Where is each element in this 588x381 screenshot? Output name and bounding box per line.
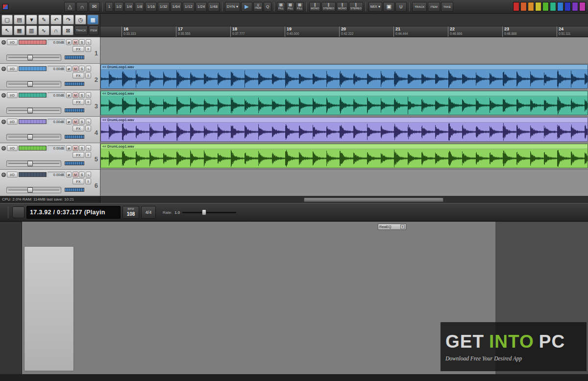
transport-time-display[interactable]: 17.3.92 / 0:37.177 (Playin xyxy=(26,206,121,219)
scope-track-toggle[interactable]: TRACK xyxy=(74,25,87,35)
fx-button[interactable]: FX xyxy=(73,99,84,105)
volume-fader[interactable] xyxy=(6,187,61,193)
solo-button[interactable]: S xyxy=(79,145,85,151)
volume-fader[interactable] xyxy=(6,81,61,87)
phase-button[interactable]: ø xyxy=(66,172,72,178)
io-button[interactable]: I/O xyxy=(7,39,18,45)
project-settings-icon[interactable]: ✎ xyxy=(38,15,49,25)
record-arm-button[interactable] xyxy=(1,173,6,177)
envelope-button[interactable]: ∿ xyxy=(86,172,91,178)
solo-button[interactable]: S xyxy=(79,172,85,178)
phase-button[interactable]: ø xyxy=(66,66,72,72)
save-project-icon[interactable]: ▼ xyxy=(26,15,37,25)
rate-slider[interactable] xyxy=(182,209,236,216)
scope-take-button[interactable]: TAKE xyxy=(441,2,453,12)
envelope-button[interactable] xyxy=(12,206,24,218)
track-panel-5[interactable]: I/O0.00dBøMS∿FX≡5 xyxy=(0,143,100,170)
io-button[interactable]: I/O xyxy=(7,66,18,72)
app-icon[interactable] xyxy=(2,4,8,10)
phase-button[interactable]: ø xyxy=(66,92,72,98)
track-panel-6[interactable]: I/O0.00dBøMS∿FX≡6 xyxy=(0,170,100,196)
master-strip[interactable] xyxy=(24,246,74,371)
mute-button[interactable]: M xyxy=(73,119,78,125)
routing-button[interactable]: ≡ xyxy=(85,126,91,131)
monitor-icon[interactable]: ∩ xyxy=(76,2,88,12)
routing-button[interactable]: ≡ xyxy=(85,178,91,184)
open-project-icon[interactable]: ▤ xyxy=(14,15,25,25)
volume-fader[interactable] xyxy=(6,160,61,167)
scope-item-toggle[interactable]: ITEM xyxy=(89,25,98,35)
fill-gaps-button-3[interactable]: ▦FILL xyxy=(295,2,304,12)
magnet-snap-icon[interactable]: ∪ xyxy=(395,2,407,12)
grid-icon[interactable]: ▦ xyxy=(14,25,25,35)
metronome-icon[interactable]: ◷ xyxy=(75,15,86,25)
grid-note-1-64[interactable]: 1/64 xyxy=(171,2,182,12)
envelope-icon[interactable]: ∿ xyxy=(38,25,49,35)
mix-menu-button[interactable]: MIX ▾ xyxy=(368,2,382,12)
io-button[interactable]: I/O xyxy=(7,92,18,98)
fx-button[interactable]: FX xyxy=(73,152,84,158)
fader-thumb[interactable] xyxy=(27,187,33,193)
channel-mode-stereo-2[interactable]: ∥STEREO xyxy=(321,2,336,12)
track-panel-4[interactable]: I/O0.00dBøMS∿FX≡4 xyxy=(0,117,100,143)
envelope-button[interactable]: ∿ xyxy=(86,145,91,151)
grid-note-1-16[interactable]: 1/16 xyxy=(145,2,157,12)
grid-note-1-32[interactable]: 1/32 xyxy=(158,2,170,12)
phase-button[interactable]: ø xyxy=(66,119,72,125)
grid-note-1[interactable]: 1 xyxy=(105,2,113,12)
scrollbar-thumb[interactable] xyxy=(304,198,443,202)
record-arm-button[interactable] xyxy=(1,67,6,71)
timeline-ruler[interactable]: 160:33.333170:35.555180:37.777190:40.000… xyxy=(100,26,588,37)
io-button[interactable]: I/O xyxy=(7,145,18,151)
channel-mode-mono-1[interactable]: ∥MONO xyxy=(309,2,320,12)
palette-color-8[interactable] xyxy=(564,2,571,11)
fx-button[interactable]: FX xyxy=(73,73,84,78)
grid-note-1-12[interactable]: 1/12 xyxy=(183,2,195,12)
grid-snap-icon[interactable]: ▦ xyxy=(87,15,98,25)
horizontal-scrollbar[interactable] xyxy=(100,196,588,203)
mute-button[interactable]: M xyxy=(73,66,78,72)
grid-note-1-48[interactable]: 1/48 xyxy=(208,2,220,12)
solo-button[interactable]: S xyxy=(79,92,85,98)
grid-note-1-4[interactable]: 1/4 xyxy=(124,2,134,12)
dynamic-split-button[interactable]: DYN ▾ xyxy=(225,2,240,12)
envelope-edit-icon[interactable]: ✉ xyxy=(89,2,100,12)
fx-button[interactable]: FX xyxy=(73,46,84,52)
record-arm-button[interactable] xyxy=(1,146,6,151)
mute-button[interactable]: M xyxy=(73,92,78,98)
track-panel-3[interactable]: I/O0.00dBøMS∿FX≡3 xyxy=(0,90,100,117)
record-arm-button[interactable] xyxy=(1,40,6,45)
solo-button[interactable]: S xyxy=(79,66,85,72)
solo-button[interactable]: S xyxy=(79,119,85,125)
volume-fader[interactable] xyxy=(6,107,61,114)
channel-mode-mono-3[interactable]: ∥MONO xyxy=(337,2,348,12)
record-arm-button[interactable] xyxy=(1,120,6,124)
edit-cursor-icon[interactable]: ▶ xyxy=(241,2,252,12)
solo-button[interactable]: S xyxy=(79,39,85,45)
palette-color-1[interactable] xyxy=(513,2,519,11)
fader-thumb[interactable] xyxy=(27,134,33,140)
mute-button[interactable]: M xyxy=(73,39,78,45)
palette-color-3[interactable] xyxy=(528,2,534,11)
routing-button[interactable]: ≡ xyxy=(85,46,91,52)
undo-icon[interactable]: ↶ xyxy=(50,15,62,25)
envelope-button[interactable]: ∿ xyxy=(86,66,91,72)
palette-color-2[interactable] xyxy=(520,2,527,11)
palette-color-5[interactable] xyxy=(542,2,549,11)
routing-button[interactable]: ≡ xyxy=(85,73,91,78)
envelope-button[interactable]: ∿ xyxy=(86,92,91,98)
io-button[interactable]: I/O xyxy=(7,172,18,178)
media-item[interactable]: << DrumLoop1.wav xyxy=(100,64,588,89)
fill-gaps-button-1[interactable]: ▦FILL xyxy=(277,2,285,12)
track-lane-4[interactable]: << DrumLoop1.wav xyxy=(100,117,588,143)
track-lane-6[interactable] xyxy=(100,170,588,196)
media-item[interactable]: << DrumLoop1.wav xyxy=(100,144,588,168)
quantize-button[interactable]: Q xyxy=(264,2,271,12)
fader-thumb[interactable] xyxy=(27,161,33,166)
scope-track-button[interactable]: TRACK xyxy=(412,2,427,12)
fill-gaps-button-2[interactable]: ▦FILL xyxy=(286,2,294,12)
monitor-icon[interactable]: ∩ xyxy=(50,25,62,35)
palette-color-7[interactable] xyxy=(557,2,564,11)
envelope-button[interactable]: ∿ xyxy=(86,39,91,45)
grid-note-1-2[interactable]: 1/2 xyxy=(114,2,123,12)
